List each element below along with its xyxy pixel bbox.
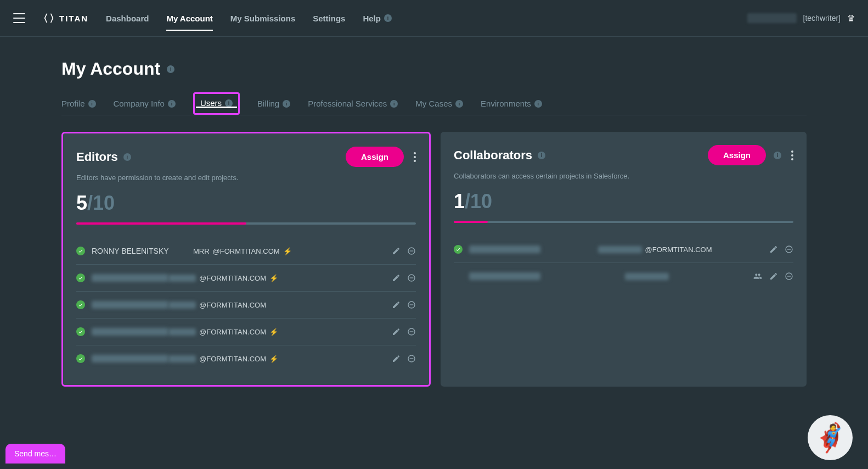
check-icon	[76, 327, 85, 336]
tab-profile[interactable]: Profilei	[61, 92, 96, 115]
people-icon[interactable]	[753, 272, 763, 281]
tab-users-highlight: Usersi	[193, 92, 240, 115]
tab-environments[interactable]: Environmentsi	[481, 92, 542, 115]
tab-my-cases[interactable]: My Casesi	[415, 92, 463, 115]
edit-icon[interactable]	[392, 354, 401, 363]
collaborator-name-blur	[469, 272, 540, 280]
nav-user-area[interactable]: [techwriter] ♛	[747, 13, 855, 24]
tab-company-info[interactable]: Company Infoi	[114, 92, 176, 115]
send-message-button[interactable]: Send mes…	[5, 444, 65, 464]
collaborators-menu-icon[interactable]	[789, 148, 793, 163]
info-icon: i	[88, 100, 96, 108]
nav-my-account[interactable]: My Account	[166, 2, 212, 35]
remove-icon[interactable]	[407, 247, 416, 255]
editor-row: @FORMTITAN.COM⚡	[76, 345, 416, 372]
info-icon[interactable]: i	[774, 152, 781, 159]
logo[interactable]: TITAN	[43, 12, 88, 24]
editor-row: @FORMTITAN.COM⚡	[76, 265, 416, 292]
check-icon	[76, 354, 85, 363]
bolt-icon: ⚡	[269, 328, 278, 336]
tab-users[interactable]: Usersi	[200, 98, 233, 108]
remove-icon[interactable]	[785, 272, 793, 281]
check-icon	[76, 247, 85, 255]
remove-icon[interactable]	[407, 354, 416, 363]
check-icon	[76, 300, 85, 309]
collaborators-card: Collaborators i Assign i Collaborators c…	[441, 132, 807, 387]
bolt-icon: ⚡	[269, 355, 278, 363]
remove-icon[interactable]	[407, 327, 416, 336]
edit-icon[interactable]	[392, 327, 401, 336]
collaborators-assign-button[interactable]: Assign	[708, 145, 766, 165]
check-icon	[76, 273, 85, 282]
editors-description: Editors have permission to create and ed…	[76, 174, 416, 182]
editor-name-blur	[92, 274, 168, 282]
edit-icon[interactable]	[769, 245, 778, 254]
info-icon: i	[384, 14, 392, 22]
editor-row: @FORMTITAN.COM⚡	[76, 319, 416, 345]
editors-menu-icon[interactable]	[412, 150, 416, 164]
info-icon: i	[283, 100, 290, 108]
info-icon: i	[455, 100, 463, 108]
editors-count: 5/10	[76, 192, 416, 215]
info-icon: i	[534, 100, 542, 108]
logo-icon	[43, 12, 55, 24]
edit-icon[interactable]	[392, 273, 401, 282]
tab-professional-services[interactable]: Professional Servicesi	[308, 92, 398, 115]
user-role: [techwriter]	[803, 14, 841, 23]
hamburger-menu-icon[interactable]	[13, 13, 25, 23]
crown-icon: ♛	[847, 13, 855, 24]
collaborators-description: Collaborators can access certain project…	[454, 172, 793, 180]
info-icon[interactable]: i	[167, 65, 174, 73]
info-icon: i	[390, 100, 398, 108]
editors-header: Editors i Assign	[76, 147, 416, 167]
collaborator-row	[454, 263, 793, 289]
cards-row: Editors i Assign Editors have permission…	[61, 132, 807, 387]
check-icon	[454, 245, 463, 254]
editor-row: RONNY BELENITSKYMRR@FORMTITAN.COM⚡	[76, 238, 416, 265]
collaborator-email: @FORMTITAN.COM	[540, 245, 769, 254]
editors-progress	[76, 222, 416, 225]
collaborators-title: Collaborators	[454, 148, 532, 163]
info-icon[interactable]: i	[123, 153, 131, 161]
mascot-avatar[interactable]: 🦸	[808, 415, 853, 460]
editors-assign-button[interactable]: Assign	[346, 147, 404, 167]
sub-tabs: Profilei Company Infoi Usersi Billingi P…	[61, 92, 807, 115]
nav-dashboard[interactable]: Dashboard	[106, 2, 149, 35]
info-icon: i	[168, 100, 176, 108]
nav-items: Dashboard My Account My Submissions Sett…	[106, 2, 392, 35]
bolt-icon: ⚡	[269, 274, 278, 282]
info-icon[interactable]: i	[538, 152, 545, 159]
edit-icon[interactable]	[769, 272, 778, 281]
editor-name-blur	[92, 355, 168, 362]
editor-email: @FORMTITAN.COM⚡	[168, 274, 392, 282]
editor-email: @FORMTITAN.COM⚡	[168, 355, 392, 363]
editor-email: @FORMTITAN.COM	[168, 301, 392, 309]
edit-icon[interactable]	[392, 300, 401, 309]
bolt-icon: ⚡	[283, 247, 292, 255]
remove-icon[interactable]	[785, 245, 793, 254]
editor-name-blur	[92, 301, 168, 309]
remove-icon[interactable]	[407, 273, 416, 282]
edit-icon[interactable]	[392, 247, 401, 255]
editor-name-blur	[92, 328, 168, 336]
collaborators-progress	[454, 221, 793, 223]
nav-my-submissions[interactable]: My Submissions	[230, 2, 295, 35]
top-nav: TITAN Dashboard My Account My Submission…	[0, 0, 868, 37]
editor-name: RONNY BELENITSKY	[92, 247, 193, 255]
collaborators-list: @FORMTITAN.COM	[454, 236, 793, 289]
nav-help[interactable]: Help i	[363, 2, 392, 35]
tab-billing[interactable]: Billingi	[257, 92, 290, 115]
user-name-blur	[747, 13, 797, 23]
editor-email: @FORMTITAN.COM⚡	[168, 328, 392, 336]
editor-row: @FORMTITAN.COM	[76, 292, 416, 319]
nav-settings[interactable]: Settings	[313, 2, 345, 35]
info-icon: i	[225, 99, 233, 107]
remove-icon[interactable]	[407, 300, 416, 309]
logo-text: TITAN	[59, 14, 88, 23]
content-area: My Account i Profilei Company Infoi User…	[0, 37, 868, 387]
collaborators-count: 1/10	[454, 190, 793, 213]
editors-title: Editors	[76, 150, 118, 164]
collaborator-email	[540, 273, 753, 280]
editors-list: RONNY BELENITSKYMRR@FORMTITAN.COM⚡@FORMT…	[76, 238, 416, 372]
collaborators-header: Collaborators i Assign i	[454, 145, 793, 165]
